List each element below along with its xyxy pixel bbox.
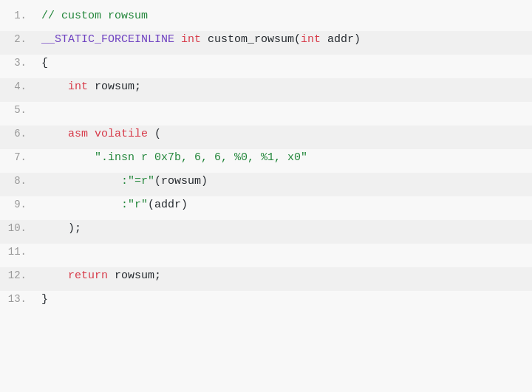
code-line: 1.// custom rowsum	[0, 7, 532, 31]
token-plain	[41, 199, 121, 211]
line-content: asm volatile (	[35, 125, 532, 143]
line-number: 9.	[0, 196, 35, 213]
line-content: int rowsum;	[35, 78, 532, 96]
token-kw-asm: volatile	[95, 128, 148, 140]
code-line: 8. :"=r"(rowsum)	[0, 173, 532, 196]
token-plain	[41, 80, 68, 93]
code-line: 13.}	[0, 291, 532, 314]
token-kw-asm: asm	[68, 128, 95, 140]
token-plain	[41, 128, 68, 140]
line-number: 2.	[0, 31, 35, 47]
line-content	[35, 102, 532, 120]
token-kw-macro: __STATIC_FORCEINLINE	[41, 33, 181, 46]
token-kw-type: int	[68, 80, 88, 93]
line-number: 5.	[0, 102, 35, 118]
token-kw-type: int	[301, 33, 321, 46]
line-number: 13.	[0, 291, 35, 307]
token-plain	[41, 222, 68, 235]
code-line: 6. asm volatile (	[0, 125, 532, 149]
line-content: // custom rowsum	[35, 7, 532, 25]
line-content: );	[35, 220, 532, 238]
token-plain	[41, 151, 95, 164]
token-brace: {	[41, 57, 48, 69]
code-line: 2.__STATIC_FORCEINLINE int custom_rowsum…	[0, 31, 532, 55]
token-kw-return: return	[68, 269, 108, 282]
token-plain: (	[148, 128, 161, 140]
token-plain: custom_rowsum(	[201, 33, 301, 46]
token-kw-comment: // custom rowsum	[41, 10, 148, 22]
line-content: :"r"(addr)	[35, 196, 532, 214]
line-content: :"=r"(rowsum)	[35, 173, 532, 190]
token-colon-constraint: :"r"	[121, 199, 148, 211]
line-content: __STATIC_FORCEINLINE int custom_rowsum(i…	[35, 31, 532, 49]
token-plain: addr)	[321, 33, 361, 46]
token-plain	[41, 269, 68, 282]
code-line: 5.	[0, 102, 532, 125]
code-line: 7. ".insn r 0x7b, 6, 6, %0, %1, x0"	[0, 149, 532, 173]
code-line: 4. int rowsum;	[0, 78, 532, 102]
code-line: 10. );	[0, 220, 532, 244]
line-content: return rowsum;	[35, 267, 532, 285]
token-plain: rowsum;	[108, 269, 161, 282]
token-plain: );	[68, 222, 81, 235]
token-kw-string: ".insn r 0x7b, 6, 6, %0, %1, x0"	[95, 151, 307, 164]
code-line: 12. return rowsum;	[0, 267, 532, 291]
code-editor: 1.// custom rowsum2.__STATIC_FORCEINLINE…	[0, 0, 532, 392]
line-number: 6.	[0, 125, 35, 142]
token-colon-constraint: :"=r"	[121, 175, 154, 188]
line-number: 4.	[0, 78, 35, 94]
token-plain: rowsum;	[88, 80, 141, 93]
line-number: 10.	[0, 220, 35, 236]
line-content: {	[35, 55, 532, 72]
line-number: 7.	[0, 149, 35, 165]
token-kw-type: int	[181, 33, 201, 46]
line-number: 8.	[0, 173, 35, 189]
token-plain: (addr)	[148, 199, 188, 211]
line-number: 3.	[0, 55, 35, 71]
line-content: ".insn r 0x7b, 6, 6, %0, %1, x0"	[35, 149, 532, 167]
code-line: 11.	[0, 244, 532, 267]
code-line: 9. :"r"(addr)	[0, 196, 532, 220]
token-plain: (rowsum)	[154, 175, 208, 188]
code-line: 3.{	[0, 55, 532, 78]
token-brace: }	[41, 293, 48, 306]
line-content	[35, 244, 532, 261]
token-plain	[41, 175, 121, 188]
line-content: }	[35, 291, 532, 309]
line-number: 1.	[0, 7, 35, 24]
line-number: 11.	[0, 244, 35, 260]
line-number: 12.	[0, 267, 35, 283]
